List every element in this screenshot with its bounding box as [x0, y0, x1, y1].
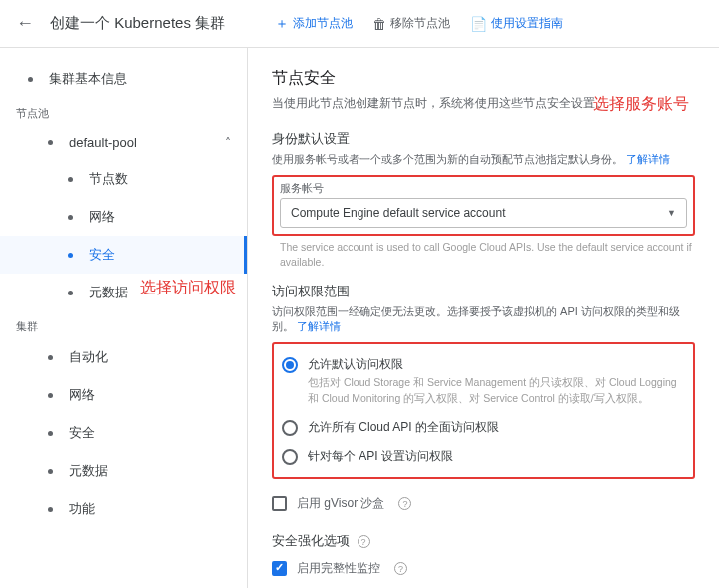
radio-icon	[282, 357, 298, 373]
bullet-icon	[68, 291, 73, 295]
hardening-title: 安全强化选项 ?	[272, 532, 695, 550]
sidebar-item-basic-info[interactable]: 集群基本信息	[0, 60, 247, 98]
radio-icon	[282, 420, 298, 436]
bullet-icon	[48, 355, 53, 360]
section-desc: 当使用此节点池创建新节点时，系统将使用这些节点安全设置。	[272, 95, 695, 112]
sidebar-item-label: 安全	[89, 246, 115, 264]
service-account-highlight: 服务帐号 Compute Engine default service acco…	[272, 175, 695, 236]
action-label: 添加节点池	[293, 15, 353, 32]
learn-more-link[interactable]: 了解详情	[626, 153, 670, 165]
chevron-up-icon: ˄	[225, 136, 231, 150]
sidebar-section-cluster: 集群	[0, 311, 247, 338]
sidebar-item-label: 网络	[69, 386, 95, 404]
learn-more-link[interactable]: 了解详情	[297, 320, 341, 332]
sidebar-item-network[interactable]: 网络	[0, 198, 247, 236]
sidebar-item-label: default-pool	[69, 135, 137, 150]
secure-boot-checkbox[interactable]: 启用安全启动 ?	[272, 583, 695, 588]
bullet-icon	[68, 253, 73, 258]
bullet-icon	[68, 177, 73, 182]
sidebar-item-label: 元数据	[89, 284, 128, 301]
sidebar-item-node-count[interactable]: 节点数	[0, 160, 247, 198]
setup-guide-button[interactable]: 📄 使用设置指南	[470, 15, 563, 33]
radio-icon	[282, 449, 298, 465]
identity-desc: 使用服务帐号或者一个或多个范围为新的自动预配节点池指定默认身份。 了解详情	[272, 152, 695, 167]
section-title: 节点安全	[272, 68, 695, 89]
scopes-title: 访问权限范围	[272, 283, 695, 300]
service-account-select[interactable]: Compute Engine default service account	[280, 198, 687, 228]
identity-title: 身份默认设置	[272, 130, 695, 148]
header-actions: ＋ 添加节点池 🗑 移除节点池 📄 使用设置指南	[275, 15, 563, 33]
bullet-icon	[48, 431, 53, 436]
scope-per-api-radio[interactable]: 针对每个 API 设置访问权限	[278, 442, 689, 471]
integrity-checkbox[interactable]: 启用完整性监控 ?	[272, 554, 695, 583]
radio-label: 允许默认访问权限	[308, 356, 685, 373]
sidebar-item-cluster-security[interactable]: 安全	[0, 414, 247, 452]
radio-label: 针对每个 API 设置访问权限	[308, 448, 453, 465]
checkbox-label: 启用完整性监控	[297, 560, 380, 577]
back-arrow-icon[interactable]: ←	[16, 13, 34, 34]
radio-label: 允许所有 Cloud API 的全面访问权限	[308, 419, 499, 436]
checkbox-label: 启用 gVisor 沙盒	[297, 495, 384, 512]
page-title: 创建一个 Kubernetes 集群	[50, 14, 225, 33]
bullet-icon	[28, 77, 33, 82]
plus-icon: ＋	[275, 15, 289, 33]
gvisor-checkbox[interactable]: 启用 gVisor 沙盒 ?	[272, 489, 695, 518]
main-content: 选择服务账号 选择访问权限 节点安全 当使用此节点池创建新节点时，系统将使用这些…	[248, 48, 719, 588]
select-label: 服务帐号	[280, 181, 687, 196]
sidebar-item-label: 网络	[89, 208, 115, 226]
sidebar-item-label: 功能	[69, 500, 95, 518]
bullet-icon	[68, 215, 73, 220]
sidebar-item-label: 元数据	[69, 462, 108, 480]
action-label: 移除节点池	[390, 15, 450, 32]
help-icon[interactable]: ?	[398, 497, 411, 510]
trash-icon: 🗑	[372, 16, 386, 32]
sidebar-item-label: 集群基本信息	[49, 70, 127, 88]
sidebar: 集群基本信息 节点池 default-pool ˄ 节点数 网络 安全 元数据 …	[0, 48, 248, 588]
sidebar-item-default-pool[interactable]: default-pool ˄	[0, 125, 247, 160]
sidebar-item-label: 节点数	[89, 170, 128, 188]
help-icon[interactable]: ?	[358, 535, 370, 548]
bullet-icon	[48, 140, 53, 145]
checkbox-icon	[272, 561, 287, 576]
document-icon: 📄	[470, 16, 487, 32]
help-icon[interactable]: ?	[394, 562, 407, 575]
page-header: ← 创建一个 Kubernetes 集群 ＋ 添加节点池 🗑 移除节点池 📄 使…	[0, 0, 719, 48]
sidebar-item-cluster-network[interactable]: 网络	[0, 376, 247, 414]
sidebar-item-cluster-metadata[interactable]: 元数据	[0, 452, 247, 490]
sidebar-section-node-pool: 节点池	[0, 98, 247, 125]
add-node-pool-button[interactable]: ＋ 添加节点池	[275, 15, 353, 33]
sidebar-item-label: 安全	[69, 424, 95, 442]
sidebar-item-label: 自动化	[69, 348, 108, 366]
sidebar-item-automation[interactable]: 自动化	[0, 338, 247, 376]
checkbox-icon	[272, 496, 287, 511]
action-label: 使用设置指南	[491, 15, 563, 32]
access-scope-highlight: 允许默认访问权限 包括对 Cloud Storage 和 Service Man…	[272, 342, 695, 479]
radio-sublabel: 包括对 Cloud Storage 和 Service Management 的…	[308, 375, 685, 407]
sidebar-item-features[interactable]: 功能	[0, 490, 247, 528]
sidebar-item-security[interactable]: 安全	[0, 236, 247, 274]
scope-full-radio[interactable]: 允许所有 Cloud API 的全面访问权限	[278, 413, 689, 442]
scopes-desc: 访问权限范围一经确定便无法更改。选择要授予该虚拟机的 API 访问权限的类型和级…	[272, 304, 695, 334]
bullet-icon	[48, 469, 53, 474]
scope-default-radio[interactable]: 允许默认访问权限 包括对 Cloud Storage 和 Service Man…	[278, 350, 689, 413]
bullet-icon	[48, 507, 53, 512]
remove-node-pool-button[interactable]: 🗑 移除节点池	[372, 15, 450, 33]
bullet-icon	[48, 393, 53, 398]
sidebar-item-metadata[interactable]: 元数据	[0, 274, 247, 311]
service-account-helper: The service account is used to call Goog…	[280, 240, 695, 269]
select-value: Compute Engine default service account	[291, 206, 505, 220]
